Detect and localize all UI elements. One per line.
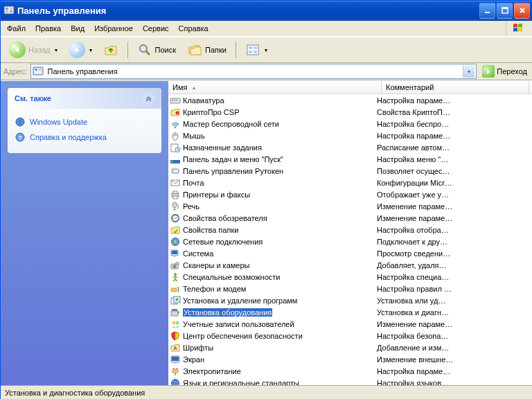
menu-view[interactable]: Вид — [66, 23, 89, 34]
svg-rect-47 — [171, 288, 177, 292]
search-icon — [137, 42, 152, 57]
sidebar-panel-see-also: См. также Windows Update?Справка и подде… — [8, 88, 161, 153]
list-item[interactable]: Свойства папкиНастройка отобра… — [168, 224, 532, 236]
go-arrow-icon — [482, 65, 495, 78]
column-name[interactable]: Имя ▲ — [168, 81, 382, 94]
list-item[interactable]: ПочтаКонфигурации Micr… — [168, 177, 532, 188]
list-item[interactable]: Установка оборудованияУстановка и диагн… — [168, 306, 532, 318]
svg-rect-5 — [485, 12, 490, 13]
list-item[interactable]: Назначенные заданияРасписание автом… — [168, 141, 532, 153]
svg-rect-59 — [172, 369, 178, 373]
svg-rect-36 — [173, 196, 177, 199]
forward-button[interactable]: ▾ — [64, 39, 96, 61]
svg-rect-7 — [502, 8, 508, 9]
status-text: Установка и диагностика оборудования — [5, 389, 145, 397]
chevron-down-icon: ▾ — [55, 47, 57, 53]
list-item[interactable]: Специальные возможностиНастройка специа… — [168, 271, 532, 283]
windows-flag-icon — [506, 21, 531, 36]
svg-point-54 — [176, 321, 179, 324]
go-button[interactable]: Переход — [479, 64, 530, 79]
svg-rect-11 — [254, 46, 257, 49]
views-icon — [245, 42, 260, 57]
list-item[interactable]: КриптоПро CSPСвойства КриптоП… — [168, 106, 532, 118]
list-view[interactable]: КлавиатураНастройка параме…КриптоПро CSP… — [168, 94, 532, 385]
list-item[interactable]: Язык и региональные стандартыНастройка я… — [168, 377, 532, 385]
list-item[interactable]: КлавиатураНастройка параме… — [168, 94, 532, 106]
menu-file[interactable]: Файл — [2, 23, 30, 34]
folders-button[interactable]: Папки — [183, 39, 231, 60]
menu-edit[interactable]: Правка — [30, 23, 66, 34]
titlebar[interactable]: Панель управления — [1, 1, 532, 21]
list-item[interactable]: Сетевые подключенияПодключает к дру… — [168, 236, 532, 247]
folders-label: Папки — [205, 46, 227, 54]
list-item[interactable]: Сканеры и камерыДобавляет, удаля… — [168, 259, 532, 271]
list-item[interactable]: Центр обеспечения безопасностиНастройка … — [168, 330, 532, 342]
svg-rect-4 — [10, 10, 12, 12]
svg-rect-23 — [176, 100, 177, 101]
sort-asc-icon: ▲ — [191, 85, 196, 90]
separator — [127, 42, 128, 58]
address-input[interactable] — [46, 66, 463, 76]
up-button[interactable] — [99, 39, 123, 60]
list-item[interactable]: Принтеры и факсыОтображает уже у… — [168, 188, 532, 200]
maximize-button[interactable] — [497, 3, 513, 19]
list-item[interactable]: СистемаПросмотр сведени… — [168, 247, 532, 259]
folders-icon — [187, 42, 202, 57]
panel-header[interactable]: См. также — [8, 88, 161, 109]
list-item[interactable]: Телефон и модемНастройка правил … — [168, 283, 532, 294]
menu-help[interactable]: Справка — [174, 23, 213, 34]
sidebar: См. также Windows Update?Справка и подде… — [1, 81, 168, 385]
svg-rect-35 — [173, 191, 177, 193]
svg-rect-14 — [33, 67, 43, 75]
svg-point-25 — [175, 126, 176, 127]
list-item[interactable]: Свойства обозревателяИзменение параме… — [168, 212, 532, 224]
svg-point-44 — [173, 265, 177, 268]
list-item[interactable]: Панель задач и меню "Пуск"Настройка меню… — [168, 153, 532, 165]
views-button[interactable]: ▾ — [241, 39, 272, 60]
column-comment[interactable]: Комментарий — [382, 81, 529, 94]
chevron-down-icon: ▾ — [89, 47, 92, 53]
menubar: Файл Правка Вид Избранное Сервис Справка — [1, 21, 532, 37]
list-item[interactable]: МышьНастройка параме… — [168, 130, 532, 141]
svg-point-53 — [172, 321, 176, 324]
svg-rect-3 — [6, 10, 8, 12]
back-button[interactable]: Назад ▾ — [5, 39, 62, 61]
list-item[interactable]: ЭлектропитаниеНастройка параме… — [168, 365, 532, 377]
svg-point-46 — [174, 273, 177, 276]
search-button[interactable]: Поиск — [133, 39, 180, 60]
list-item[interactable]: Мастер беспроводной сетиНастройка беспро… — [168, 118, 532, 130]
address-label: Адрес: — [3, 67, 28, 76]
list-item[interactable]: Панель управления РутокенПозволяет осуще… — [168, 165, 532, 177]
minimize-button[interactable] — [479, 3, 495, 19]
window-title: Панель управления — [17, 6, 478, 16]
sidebar-link-0[interactable]: Windows Update — [15, 114, 154, 130]
separator — [236, 42, 236, 58]
toolbar: Назад ▾ ▾ Поиск Папки ▾ — [1, 37, 532, 63]
chevron-down-icon: ▾ — [265, 47, 267, 53]
svg-rect-0 — [4, 6, 14, 14]
address-dropdown[interactable]: ▾ — [463, 65, 475, 78]
svg-rect-58 — [174, 362, 177, 364]
svg-point-37 — [172, 202, 177, 208]
svg-point-8 — [140, 45, 147, 52]
list-item[interactable]: Установка и удаление программУстановка и… — [168, 294, 532, 306]
address-field[interactable]: ▾ — [30, 64, 477, 79]
svg-rect-13 — [254, 51, 257, 53]
sidebar-link-1[interactable]: ?Справка и поддержка — [15, 130, 154, 145]
svg-point-24 — [176, 111, 179, 114]
status-bar: Установка и диагностика оборудования — [1, 385, 532, 399]
folder-up-icon — [103, 42, 118, 57]
main-area: Имя ▲ Комментарий КлавиатураНастройка па… — [168, 81, 532, 385]
svg-rect-22 — [174, 100, 175, 101]
list-item[interactable]: ЭкранИзменение внешне… — [168, 353, 532, 365]
menu-tools[interactable]: Сервис — [138, 23, 174, 34]
list-item[interactable]: Учетные записи пользователейИзменение па… — [168, 318, 532, 330]
list-item[interactable]: РечьИзменение параме… — [168, 200, 532, 212]
svg-text:A: A — [173, 346, 177, 351]
list-item[interactable]: AШрифтыДобавление и изм… — [168, 342, 532, 353]
svg-rect-16 — [39, 69, 42, 71]
close-button[interactable] — [514, 3, 530, 19]
menu-favorites[interactable]: Избранное — [89, 23, 138, 34]
column-headers: Имя ▲ Комментарий — [168, 81, 532, 94]
svg-rect-42 — [173, 256, 176, 257]
